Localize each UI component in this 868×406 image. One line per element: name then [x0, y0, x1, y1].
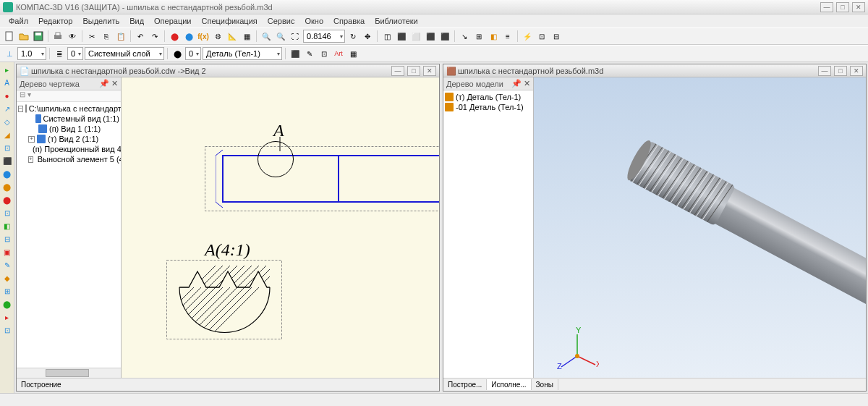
state-icon[interactable]: ⬤ — [171, 47, 184, 60]
tool-icon[interactable]: ⬤ — [168, 30, 181, 43]
tool-icon[interactable]: ✎ — [303, 47, 316, 60]
zoom-out-icon[interactable]: 🔍 — [274, 30, 287, 43]
view-icon[interactable]: ⬛ — [438, 30, 451, 43]
zoom-in-icon[interactable]: 🔍 — [260, 30, 273, 43]
preview-icon[interactable]: 👁 — [66, 30, 79, 43]
axis-icon[interactable]: ⊥ — [3, 47, 16, 60]
maximize-button[interactable]: □ — [836, 2, 849, 12]
tool-icon[interactable]: ↘ — [458, 30, 471, 43]
menu-window[interactable]: Окно — [300, 15, 328, 27]
tool-icon[interactable]: ↗ — [1, 103, 13, 115]
part-combo[interactable]: Деталь (Тел-1) — [203, 47, 282, 60]
close-button[interactable]: ✕ — [852, 2, 865, 12]
menu-spec[interactable]: Спецификация — [197, 15, 262, 27]
scale-combo[interactable]: 1.0 — [17, 47, 46, 60]
tree-item[interactable]: (п) Вид 1 (1:1) — [49, 124, 101, 133]
tool-icon[interactable]: ▦ — [240, 30, 253, 43]
view-icon[interactable]: ⬜ — [409, 30, 422, 43]
tree-scrollbar[interactable] — [17, 368, 121, 378]
layer-combo[interactable]: Системный слой — [85, 47, 164, 60]
pane-minimize-button[interactable]: — — [818, 66, 831, 76]
tool-icon[interactable]: ◆ — [1, 272, 13, 284]
close-icon[interactable]: ✕ — [524, 79, 530, 88]
open-icon[interactable] — [17, 30, 30, 43]
tree-item[interactable]: Выносной элемент 5 (4: — [38, 155, 121, 164]
view-icon[interactable]: ⬛ — [395, 30, 408, 43]
menu-operations[interactable]: Операции — [150, 15, 195, 27]
tool-icon[interactable]: ⊡ — [1, 324, 13, 337]
pane-maximize-button[interactable]: □ — [834, 66, 847, 76]
tree-root[interactable]: С:\шпилька с нестандартно — [29, 104, 121, 113]
redo-icon[interactable]: ↷ — [148, 30, 161, 43]
pane-minimize-button[interactable]: — — [391, 66, 404, 76]
tool-icon[interactable]: ⚡ — [521, 30, 534, 43]
state-num[interactable]: 0 — [185, 47, 201, 60]
tool-icon[interactable]: ▸ — [1, 64, 13, 76]
menu-file[interactable]: Файл — [4, 15, 33, 27]
tool-icon[interactable]: ⊡ — [535, 30, 548, 43]
tool-icon[interactable]: ⬤ — [1, 181, 13, 193]
close-icon[interactable]: ✕ — [111, 79, 118, 88]
tool-icon[interactable]: ◧ — [487, 30, 500, 43]
tool-icon[interactable]: ⊞ — [472, 30, 485, 43]
model-canvas[interactable]: Y X Z — [534, 77, 866, 378]
pane-close-button[interactable]: ✕ — [423, 66, 436, 76]
menu-service[interactable]: Сервис — [263, 15, 299, 27]
tool-icon[interactable]: ◧ — [1, 220, 13, 232]
pin-icon[interactable]: 📌 — [511, 79, 522, 88]
tool-icon[interactable]: ⬤ — [1, 168, 13, 180]
layer-icon[interactable]: ≣ — [53, 47, 66, 60]
zoom-combo[interactable]: 0.8146 — [303, 30, 345, 43]
tab-exec[interactable]: Исполне... — [487, 379, 531, 390]
pane-close-button[interactable]: ✕ — [850, 66, 863, 76]
tool-icon[interactable]: ⊡ — [1, 142, 13, 154]
tool-icon[interactable]: A — [1, 77, 13, 89]
undo-icon[interactable]: ↶ — [134, 30, 147, 43]
tree-item[interactable]: -01 Деталь (Тел-1) — [456, 103, 524, 111]
tool-icon[interactable]: ⬤ — [1, 194, 13, 206]
menu-view[interactable]: Вид — [125, 15, 148, 27]
tab-build[interactable]: Построе... — [443, 379, 487, 390]
tab-zones[interactable]: Зоны — [532, 379, 558, 390]
tool-icon[interactable]: ⊟ — [1, 233, 13, 245]
tool-icon[interactable]: ≡ — [501, 30, 514, 43]
print-icon[interactable] — [51, 30, 64, 43]
tool-icon[interactable]: ✎ — [1, 259, 13, 271]
layer-num[interactable]: 0 — [67, 47, 83, 60]
tool-icon[interactable]: ⊡ — [1, 207, 13, 219]
rotate-icon[interactable]: ↻ — [346, 30, 359, 43]
tool-icon[interactable]: ▸ — [1, 311, 13, 323]
menu-libs[interactable]: Библиотеки — [370, 15, 422, 27]
pan-icon[interactable]: ✥ — [361, 30, 374, 43]
menu-help[interactable]: Справка — [329, 15, 369, 27]
drawing-canvas[interactable]: А А(4:1) — [122, 77, 439, 378]
tool-icon[interactable]: ▣ — [1, 246, 13, 258]
tree-item[interactable]: (т) Деталь (Тел-1) — [456, 93, 521, 101]
new-icon[interactable] — [3, 30, 16, 43]
zoom-fit-icon[interactable]: ⛶ — [289, 30, 302, 43]
menu-select[interactable]: Выделить — [78, 15, 124, 27]
tool-icon[interactable]: ◇ — [1, 116, 13, 128]
minimize-button[interactable]: — — [820, 2, 833, 12]
tool-icon[interactable]: ⬤ — [1, 298, 13, 310]
cut-icon[interactable]: ✂ — [85, 30, 98, 43]
view-icon[interactable]: ◫ — [380, 30, 393, 43]
tool-icon[interactable]: ⊟ — [550, 30, 563, 43]
tool-icon[interactable]: ⬤ — [182, 30, 195, 43]
tool-icon[interactable]: ⬛ — [1, 155, 13, 167]
menu-editor[interactable]: Редактор — [34, 15, 77, 27]
copy-icon[interactable]: ⎘ — [100, 30, 113, 43]
fx-icon[interactable]: f(x) — [197, 30, 210, 43]
tool-icon[interactable]: ⚙ — [211, 30, 224, 43]
tool-icon[interactable]: ⊡ — [318, 47, 331, 60]
tool-icon[interactable]: 📐 — [226, 30, 239, 43]
tool-icon[interactable]: ● — [1, 90, 13, 102]
tree-item[interactable]: (т) Вид 2 (1:1) — [48, 135, 98, 143]
tree-item[interactable]: (п) Проекционный вид 4 — [33, 145, 121, 153]
paste-icon[interactable]: 📋 — [114, 30, 127, 43]
tool-icon[interactable]: ⬛ — [289, 47, 302, 60]
view-icon[interactable]: ⬛ — [424, 30, 437, 43]
save-icon[interactable] — [32, 30, 45, 43]
model-tree[interactable]: (т) Деталь (Тел-1) -01 Деталь (Тел-1) — [443, 90, 533, 378]
tool-icon[interactable]: ◢ — [1, 129, 13, 141]
